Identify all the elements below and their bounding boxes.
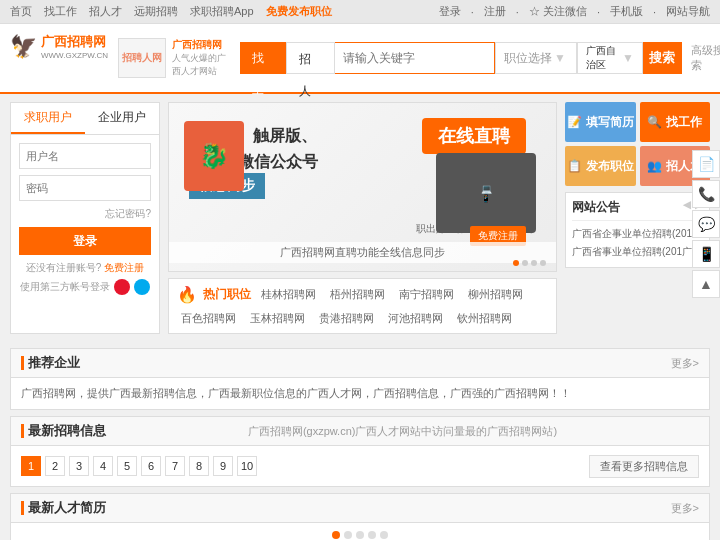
nav-find-job[interactable]: 找工作	[44, 4, 77, 19]
search-button[interactable]: 搜索	[643, 42, 682, 74]
find-job-icon: 🔍	[647, 115, 662, 129]
search-tab-job[interactable]: 找工作	[240, 42, 286, 74]
login-tab-seeker[interactable]: 求职用户	[11, 103, 85, 134]
nav-register[interactable]: 注册	[484, 4, 506, 19]
hot-link-liuzhou[interactable]: 柳州招聘网	[464, 286, 527, 303]
resume-carousel-dots	[332, 531, 388, 540]
search-input[interactable]	[335, 42, 495, 74]
right-sidebar: 📄 📞 💬 📱 ▲	[692, 150, 720, 298]
nav-app[interactable]: 求职招聘App	[190, 4, 254, 19]
view-more-button[interactable]: 查看更多招聘信息	[589, 455, 699, 478]
site-desc-area: 广西招聘网 人气火爆的广西人才网站	[172, 38, 230, 78]
search-tab-talent[interactable]: 招人才	[286, 42, 334, 74]
partner-logo[interactable]: 招聘人网	[118, 38, 166, 78]
hot-link-hechi[interactable]: 河池招聘网	[384, 310, 447, 327]
nav-future-jobs[interactable]: 远期招聘	[134, 4, 178, 19]
hot-link-qinzhou[interactable]: 钦州招聘网	[453, 310, 516, 327]
hot-link-guilin[interactable]: 桂林招聘网	[257, 286, 320, 303]
recommend-companies-section: 推荐企业 更多> 广西招聘网，提供广西最新招聘信息，广西最新职位信息的广西人才网…	[10, 348, 710, 410]
resume-icon: 📝	[567, 115, 582, 129]
page-10[interactable]: 10	[237, 456, 257, 476]
page-5[interactable]: 5	[117, 456, 137, 476]
page-7[interactable]: 7	[165, 456, 185, 476]
login-tab-company[interactable]: 企业用户	[85, 103, 159, 134]
hot-link-guigang[interactable]: 贵港招聘网	[315, 310, 378, 327]
forgot-password-link[interactable]: 忘记密码?	[19, 207, 151, 221]
main-container: 求职用户 企业用户 忘记密码? 登录 还没有注册账号? 免费注册 使用第三方帐号…	[0, 94, 720, 342]
username-input[interactable]	[19, 143, 151, 169]
header: 🦅 广西招聘网 WWW.GXZPW.CN 招聘人网 广西招聘网 人气火爆的广西人…	[0, 24, 720, 94]
resume-dot-1[interactable]	[332, 531, 340, 539]
page-3[interactable]: 3	[69, 456, 89, 476]
banner-dot-2[interactable]	[522, 260, 528, 266]
page-9[interactable]: 9	[213, 456, 233, 476]
resume-dot-2[interactable]	[344, 531, 352, 539]
nav-wechat[interactable]: ☆ 关注微信	[529, 4, 587, 19]
hot-link-yulin[interactable]: 玉林招聘网	[246, 310, 309, 327]
notice-panel: 网站公告 ◀ ▶ 广西省企事业单位招聘(201广西南宁... 广西省事业单位招聘…	[565, 192, 710, 268]
login-form: 忘记密码? 登录 还没有注册账号? 免费注册 使用第三方帐号登录	[11, 135, 159, 303]
page-2[interactable]: 2	[45, 456, 65, 476]
latest-recruitment-header: 最新招聘信息 广西招聘网(gxzpw.cn)广西人才网站中访问量最的广西招聘网站…	[11, 417, 709, 446]
password-input[interactable]	[19, 175, 151, 201]
banner-dot-3[interactable]	[531, 260, 537, 266]
recruit-icon: 👥	[647, 159, 662, 173]
notice-item-1[interactable]: 广西省企事业单位招聘(201广西南宁...	[572, 225, 703, 243]
page-4[interactable]: 4	[93, 456, 113, 476]
pagination: 1 2 3 4 5 6 7 8 9 10	[21, 456, 257, 476]
third-party-login: 使用第三方帐号登录	[19, 279, 151, 295]
qq-icon[interactable]	[134, 279, 150, 295]
page-8[interactable]: 8	[189, 456, 209, 476]
latest-resume-more[interactable]: 更多>	[671, 501, 699, 516]
nav-mobile[interactable]: 手机版	[610, 4, 643, 19]
recommend-section-wrapper: 推荐企业 更多> 广西招聘网，提供广西最新招聘信息，广西最新职位信息的广西人才网…	[0, 348, 720, 540]
banner-dot-4[interactable]	[540, 260, 546, 266]
sidebar-icon-up[interactable]: ▲	[692, 270, 720, 298]
page-6[interactable]: 6	[141, 456, 161, 476]
latest-resume-title: 最新人才简历	[21, 499, 106, 517]
latest-recruitment-section: 最新招聘信息 广西招聘网(gxzpw.cn)广西人才网站中访问量最的广西招聘网站…	[10, 416, 710, 487]
top-navigation: 首页 找工作 招人才 远期招聘 求职招聘App 免费发布职位 登录 · 注册 ·…	[0, 0, 720, 24]
logo[interactable]: 🦅 广西招聘网 WWW.GXZPW.CN	[10, 33, 108, 83]
page-1[interactable]: 1	[21, 456, 41, 476]
login-tabs: 求职用户 企业用户	[11, 103, 159, 135]
nav-recruit[interactable]: 招人才	[89, 4, 122, 19]
resume-dot-4[interactable]	[368, 531, 376, 539]
notice-item-2[interactable]: 广西省事业单位招聘(201广西南宁省第一...	[572, 243, 703, 261]
notice-prev[interactable]: ◀	[683, 199, 691, 216]
notice-title-bar: 网站公告 ◀ ▶	[572, 199, 703, 221]
register-link[interactable]: 免费注册	[104, 262, 144, 273]
nav-login[interactable]: 登录	[439, 4, 461, 19]
nav-free-post[interactable]: 免费发布职位	[266, 4, 332, 19]
sidebar-icon-wechat[interactable]: 📱	[692, 240, 720, 268]
sidebar-icon-message[interactable]: 💬	[692, 210, 720, 238]
sidebar-icon-resume[interactable]: 📄	[692, 150, 720, 178]
nav-sitemap[interactable]: 网站导航	[666, 4, 710, 19]
banner-online-tag: 在线直聘	[422, 118, 526, 154]
region-select[interactable]: 广西自治区 ▼	[577, 42, 643, 74]
post-job-icon: 📋	[567, 159, 582, 173]
recommend-companies-title: 推荐企业	[21, 354, 80, 372]
resume-dot-5[interactable]	[380, 531, 388, 539]
find-job-button[interactable]: 🔍 找工作	[640, 102, 711, 142]
logo-text: 广西招聘网	[41, 33, 108, 51]
banner-dot-1[interactable]	[513, 260, 519, 266]
advanced-search-link: 高级搜索	[686, 43, 720, 73]
resume-dot-3[interactable]	[356, 531, 364, 539]
weibo-icon[interactable]	[114, 279, 130, 295]
hot-link-baise[interactable]: 百色招聘网	[177, 310, 240, 327]
fill-resume-button[interactable]: 📝 填写简历	[565, 102, 636, 142]
post-job-button[interactable]: 📋 发布职位	[565, 146, 636, 186]
login-button[interactable]: 登录	[19, 227, 151, 255]
logo-area: 🦅 广西招聘网 WWW.GXZPW.CN 招聘人网 广西招聘网 人气火爆的广西人…	[10, 33, 230, 83]
position-select[interactable]: 职位选择 ▼	[495, 42, 577, 74]
fire-icon: 🔥	[177, 285, 197, 304]
hot-link-wuzhou[interactable]: 梧州招聘网	[326, 286, 389, 303]
nav-home[interactable]: 首页	[10, 4, 32, 19]
center-content: 电脑版、触屏版、 APP、微信公众号 在线直聘 信息同步 职出好工作，职出合适人…	[168, 102, 557, 334]
latest-recruitment-title: 最新招聘信息	[21, 422, 106, 440]
recommend-companies-more[interactable]: 更多>	[671, 356, 699, 371]
latest-resume-content	[11, 523, 709, 540]
hot-link-nanning[interactable]: 南宁招聘网	[395, 286, 458, 303]
sidebar-icon-phone[interactable]: 📞	[692, 180, 720, 208]
